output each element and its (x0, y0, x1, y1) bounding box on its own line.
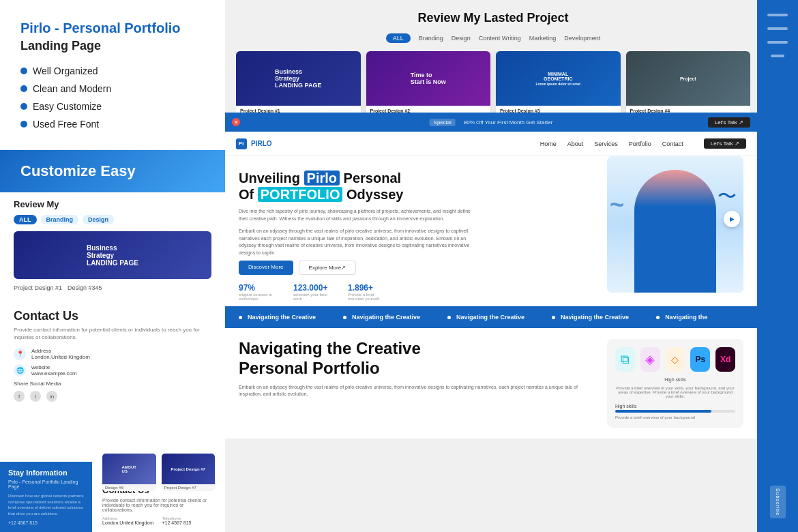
customize-banner: Customize Easy (0, 150, 225, 192)
stat-3-label: Provide a brief overview yourself (348, 293, 389, 301)
project-card-img-1: BusinessStrategyLANDING PAGE (236, 51, 361, 106)
feature-label: Clean and Modern (33, 83, 111, 94)
left-top: Pirlo - Personal Portfolio Landing Page … (0, 0, 225, 150)
special-tag: Special (430, 119, 456, 126)
stay-info-phone: +12 4567 815 (8, 520, 84, 525)
nav-home[interactable]: Home (540, 141, 557, 147)
ticker-item-1: Navigating the Creative (225, 314, 329, 321)
skill-desc: Provide a brief overview of your skills,… (615, 386, 735, 398)
twitter-icon[interactable]: t (30, 391, 41, 402)
bottom-phone-col: Telephone +12 4567 815 (162, 516, 216, 525)
facebook-icon[interactable]: f (14, 391, 25, 402)
project-card-small: BusinessStrategyLANDING PAGE (14, 231, 211, 279)
close-button[interactable]: ✕ (232, 118, 240, 126)
review-tags: ALL Branding Design (14, 215, 211, 224)
project-labels: Project Design #1 Design #345 (14, 284, 211, 291)
social-row: f t in (14, 391, 211, 402)
nav-services[interactable]: Services (594, 141, 618, 147)
bullet-icon (20, 68, 27, 74)
tab-design[interactable]: Design (452, 35, 471, 42)
lets-talk-button[interactable]: Let's Talk ↗ (708, 117, 750, 128)
skill-label: High skills (615, 377, 735, 382)
skill-desc-2: Provide a brief overview of your backgro… (615, 415, 735, 419)
ticker-dot-1 (239, 316, 242, 319)
stat-2: 123.000+ selection your best work (293, 283, 334, 301)
ticker-item-2: Navigating the Creative (329, 314, 434, 321)
project-label-1: Project Design #1 (14, 284, 62, 291)
small-project-label-6: Design #6 (102, 484, 156, 491)
bottom-address-value: London,United Kingdom (102, 520, 156, 525)
ticker-dot-3 (447, 316, 451, 319)
tab-content[interactable]: Content Writing (479, 35, 521, 42)
panel-bar-1 (767, 14, 788, 16)
nav-portfolio[interactable]: Portfolio (629, 141, 651, 147)
sketch-icon: ◇ (666, 347, 685, 372)
product-subtitle: Landing Page (20, 39, 205, 53)
nav-contact[interactable]: Contact (662, 141, 683, 147)
nav-cta-button[interactable]: Let's Talk ↗ (704, 138, 746, 149)
nav-links: Home About Services Portfolio Contact (540, 141, 683, 147)
subscribe-button[interactable]: Subscribe (770, 486, 786, 518)
contact-desc: Provide contact information for potentia… (14, 326, 211, 341)
skill-icons-row: ⧉ ◈ ◇ Ps Xd (615, 347, 735, 372)
panel-bar-2 (767, 27, 788, 30)
feature-item: Easy Customize (20, 101, 205, 112)
stat-1-num: 97% (239, 283, 280, 293)
layers-icon: ⧉ (615, 347, 635, 372)
stay-info-title: Stay Information (8, 469, 84, 477)
feature-label: Used Free Font (33, 119, 99, 130)
stat-3-num: 1.896+ (348, 283, 389, 293)
stat-2-label: selection your best work (293, 293, 334, 301)
ticker-text-4: Navigating the Creative (561, 314, 629, 321)
play-button[interactable]: ▶ (724, 211, 740, 227)
browser-nav: Pr PIRLO Home About Services Portfolio C… (225, 132, 757, 156)
navigating-title-1: Navigating the Creative (239, 339, 421, 357)
review-tag-branding[interactable]: Branding (41, 215, 79, 224)
review-my-title: Review My (14, 199, 211, 209)
hero-title: Unveiling Pirlo PersonalOf PORTFOLIO Ody… (239, 170, 498, 203)
feature-label: Easy Customize (33, 101, 102, 112)
hero-image: 〜 ▶ (607, 156, 743, 293)
navigating-section: Navigating the Creative Personal Portfol… (225, 328, 757, 439)
small-project-7: Project Design #7 Project Design #7 (162, 454, 216, 491)
person-silhouette (634, 170, 716, 293)
bullet-icon (20, 85, 27, 92)
feature-item: Used Free Font (20, 119, 205, 130)
review-tag-all[interactable]: ALL (14, 215, 37, 224)
hero-desc2: Embark on an odyssey through the vast re… (239, 228, 471, 256)
top-right-section: Review My Lasted Project ALL Branding De… (225, 0, 798, 116)
skill-bar-label: High skills (615, 404, 735, 409)
tab-development[interactable]: Development (564, 35, 600, 42)
top-right-tabs: ALL Branding Design Content Writing Mark… (236, 33, 750, 43)
project-card-img-3: MINIMALGEOMETRICLorem ipsum dolor sit am… (496, 51, 621, 106)
nav-about[interactable]: About (567, 141, 584, 147)
tab-all[interactable]: ALL (386, 33, 411, 43)
feature-label: Well Organized (33, 65, 98, 76)
small-project-img-7: Project Design #7 (162, 454, 216, 484)
explore-button[interactable]: Explore More↗ (299, 261, 357, 275)
figma-icon: ◈ (640, 347, 660, 372)
top-right-title: Review My Lasted Project (236, 11, 750, 25)
stay-info-desc: Discover how our global network partners… (8, 493, 84, 516)
ticker-text-2: Navigating the Creative (352, 314, 420, 321)
navigating-title-2: Personal Portfolio (239, 359, 380, 377)
ticker-dot-4 (552, 316, 555, 319)
topbar-text: 80% Off Your First Month Get Starter (464, 119, 553, 125)
social-label: Share Social Media (14, 381, 211, 387)
bottom-address-row: Address London,United Kingdom Telephone … (102, 516, 215, 525)
discover-button[interactable]: Discover More (239, 261, 293, 275)
tab-marketing[interactable]: Marketing (529, 35, 557, 42)
contact-section: Contact Us Provide contact information f… (0, 302, 225, 409)
feature-item: Clean and Modern (20, 83, 205, 94)
project-card-label: BusinessStrategyLANDING PAGE (87, 244, 138, 267)
address-label: Address (31, 348, 90, 354)
nav-logo-text: PIRLO (251, 140, 272, 147)
right-panel: Subscribe (757, 0, 798, 532)
project-card-img-2: Time toStart is Now (366, 51, 491, 106)
instagram-icon[interactable]: in (46, 391, 57, 402)
review-tag-design[interactable]: Design (83, 215, 114, 224)
website-icon: 🌐 (14, 364, 26, 376)
small-projects-row: ABOUTUS Design #6 Project Design #7 Proj… (92, 454, 225, 491)
tab-branding[interactable]: Branding (419, 35, 443, 42)
contact-title: Contact Us (14, 309, 211, 323)
